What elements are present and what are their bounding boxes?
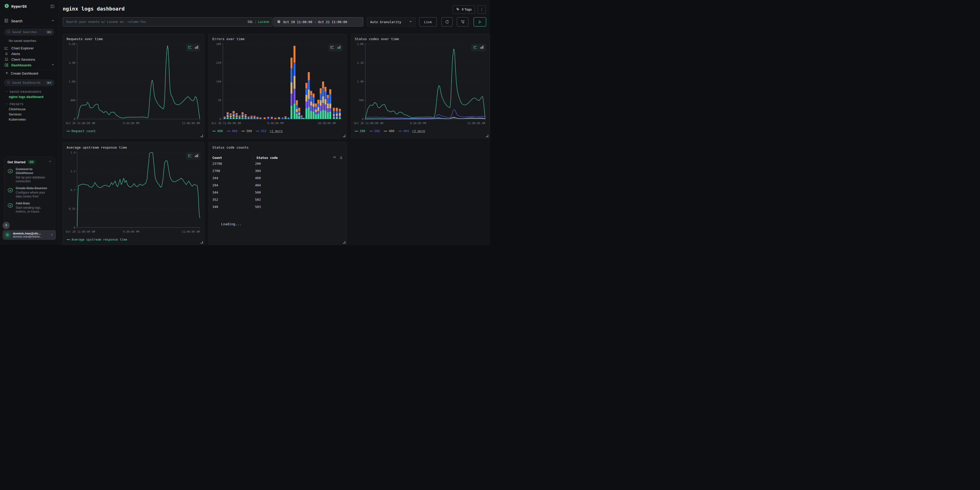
errors-chart[interactable]: 070140210280Oct 20 11:00:00 AM9:30:00 PM…	[212, 42, 344, 127]
table-row[interactable]: 340503	[209, 203, 347, 210]
chevron-right-icon	[50, 233, 54, 237]
table-row[interactable]: 23798200	[209, 160, 347, 167]
legend-more-link[interactable]: +3 more	[412, 129, 425, 133]
get-started-item[interactable]: Create Data SourcesConfigure where your …	[8, 186, 52, 199]
refresh-button[interactable]	[441, 17, 453, 27]
user-email: dominic.tran@clickho...	[13, 235, 48, 238]
get-started-item[interactable]: Add DataStart sending logs, metrics, or …	[8, 202, 52, 214]
chart-type-toggle[interactable]	[186, 152, 200, 160]
granularity-select[interactable]: Auto Granularity	[367, 17, 416, 27]
hyperdx-logo-icon	[4, 3, 9, 10]
legend-item[interactable]: 304	[369, 129, 380, 133]
svg-text:0.35: 0.35	[69, 207, 75, 210]
create-dashboard-button[interactable]: Create Dashboard	[0, 70, 59, 77]
column-header-status-code[interactable]: Status code	[256, 156, 278, 160]
legend-item[interactable]: 404	[227, 129, 237, 133]
saved-dashboards-group[interactable]: SAVED DASHBOARDS	[0, 89, 59, 94]
sidebar-item-preset[interactable]: Kubernetes	[0, 117, 59, 122]
legend-item[interactable]: 500	[242, 129, 252, 133]
chart-title: Average upstream response time	[63, 142, 204, 150]
table-header: Count ⋮ Status code	[209, 156, 347, 160]
table-row[interactable]: 352502	[209, 196, 347, 203]
get-started-item[interactable]: Connect to ClickHouseSet up your databas…	[8, 167, 52, 183]
sidebar-item-client-sessions[interactable]: Client Sessions	[0, 57, 59, 62]
event-search-input[interactable]: Search your events w/ Lucene ex. column:…	[63, 17, 272, 27]
chevron-up-icon[interactable]	[48, 160, 52, 164]
table-row[interactable]: 344500	[209, 189, 347, 196]
chart-type-toggle[interactable]	[328, 44, 343, 51]
legend-item[interactable]: Average upstream response time	[67, 238, 127, 242]
legend-more-link[interactable]: +1 more	[270, 129, 283, 133]
legend-item[interactable]: 502	[256, 129, 267, 133]
get-started-item-title: Add Data	[16, 202, 49, 205]
line-chart-icon[interactable]	[188, 45, 192, 50]
run-query-button[interactable]	[474, 17, 486, 27]
hyperdx-app: HyperDX Search Saved Searches ⌘K No save…	[0, 0, 490, 245]
legend-item[interactable]: Request count	[67, 129, 95, 133]
svg-text:Oct 20 11:00:00 AM: Oct 20 11:00:00 AM	[212, 122, 241, 125]
requests-chart[interactable]: 08001.6K2.4K3.2KOct 20 11:00:00 AM9:30:0…	[66, 42, 201, 127]
avg-response-chart[interactable]: 00.350.71.11.4Oct 20 11:00:00 AM9:30:00 …	[66, 150, 201, 235]
sidebar-item-alerts[interactable]: Alerts	[0, 51, 59, 57]
table-row[interactable]: 294404	[209, 181, 347, 189]
tags-button[interactable]: 0 Tags	[453, 5, 475, 14]
line-chart-icon[interactable]	[188, 153, 192, 159]
sidebar-item-preset[interactable]: Services	[0, 112, 59, 117]
sql-toggle[interactable]: SQL	[248, 20, 253, 24]
table-row[interactable]: 2708304	[209, 167, 347, 174]
svg-text:11:00:00 AM: 11:00:00 AM	[182, 230, 200, 233]
live-button[interactable]: Live	[419, 17, 437, 27]
laptop-icon	[4, 57, 9, 62]
status-codes-chart[interactable]: 07001.4K2.1K2.8KOct 20 11:00:00 AM9:30:0…	[354, 42, 487, 127]
table-options-icon[interactable]	[332, 156, 336, 160]
sidebar-item-chart-explorer[interactable]: Chart Explorer	[0, 45, 59, 51]
table-title: Status code counts	[209, 142, 347, 150]
table-row[interactable]: 344400	[209, 174, 347, 181]
chart-card-errors: Errors over time 070140210280Oct 20 11:0…	[208, 34, 347, 138]
help-button[interactable]: ?	[3, 222, 10, 229]
filter-button[interactable]	[457, 17, 468, 27]
legend-item[interactable]: 400	[384, 129, 395, 133]
bar-chart-icon[interactable]	[480, 45, 484, 50]
download-icon[interactable]	[339, 156, 343, 160]
collapse-sidebar-icon[interactable]	[50, 4, 54, 8]
legend-item[interactable]: 404	[398, 129, 409, 133]
saved-searches-input[interactable]: Saved Searches ⌘K	[4, 29, 54, 35]
date-range-picker[interactable]: Oct 20 11:00:00 - Oct 21 11:00:00	[274, 17, 363, 27]
chart-line-icon	[4, 46, 9, 50]
lucene-toggle[interactable]: Lucene	[258, 20, 269, 24]
user-menu[interactable]: D dominic.tran@clic... dominic.tran@clic…	[3, 230, 56, 240]
sidebar-item-dashboards[interactable]: Dashboards	[0, 62, 59, 68]
svg-text:140: 140	[216, 80, 221, 83]
bar-chart-icon[interactable]	[195, 154, 199, 159]
svg-text:11:00:00 AM: 11:00:00 AM	[182, 122, 200, 125]
sidebar-item-preset[interactable]: ClickHouse	[0, 107, 59, 112]
bar-chart-icon[interactable]	[337, 45, 341, 50]
column-resize-handle[interactable]: ⋮	[251, 156, 255, 160]
chart-type-toggle[interactable]	[471, 44, 486, 51]
app-logo[interactable]: HyperDX	[4, 3, 27, 10]
legend-item[interactable]: 400	[212, 129, 223, 133]
dashboard-menu-button[interactable]	[478, 5, 486, 14]
svg-text:2.8K: 2.8K	[357, 43, 364, 46]
chart-type-toggle[interactable]	[186, 44, 200, 51]
chart-title: Status codes over time	[351, 34, 490, 41]
search-section-icon	[4, 19, 8, 24]
sidebar-section-search[interactable]: Search	[0, 16, 59, 26]
legend-item[interactable]: 200	[355, 129, 365, 133]
svg-text:700: 700	[359, 99, 364, 102]
svg-text:1.1: 1.1	[70, 170, 75, 173]
line-chart-icon[interactable]	[473, 45, 477, 50]
svg-text:1.4: 1.4	[70, 151, 75, 154]
search-section-label: Search	[11, 19, 22, 23]
saved-searches-placeholder: Saved Searches	[12, 30, 44, 34]
chart-legend: 400404500502+1 more	[209, 129, 347, 133]
line-chart-icon[interactable]	[330, 45, 334, 50]
column-header-count[interactable]: Count	[209, 156, 251, 160]
get-started-item-desc: Set up your database connection	[16, 176, 52, 183]
saved-dashboards-input[interactable]: Saved Dashboards ⌘K	[4, 80, 54, 86]
bar-chart-icon[interactable]	[195, 45, 199, 50]
sidebar-item-nginx-logs-dashboard[interactable]: nginx logs dashboard	[0, 94, 59, 100]
presets-group[interactable]: PRESETS	[0, 102, 59, 107]
svg-text:9:30:00 PM: 9:30:00 PM	[267, 122, 283, 125]
